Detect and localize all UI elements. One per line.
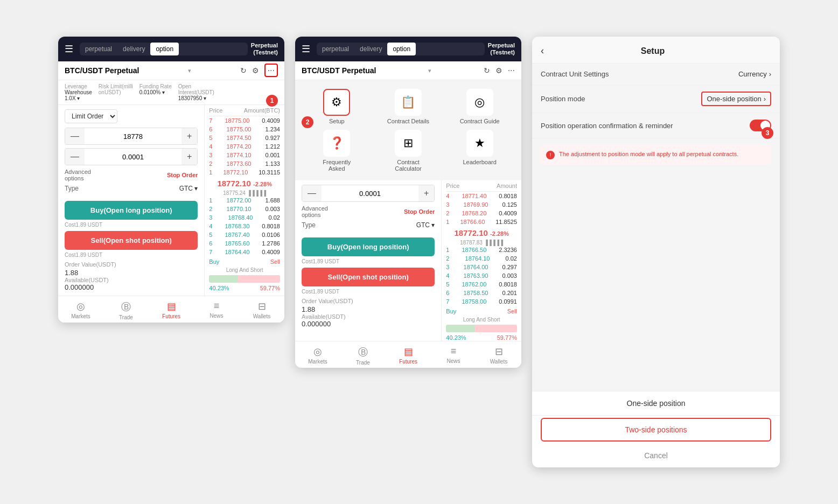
- amount-decrease-btn-2[interactable]: —: [302, 185, 322, 201]
- contract-details-label: Contract Details: [387, 118, 429, 124]
- type-label-2: Type: [302, 221, 316, 229]
- tab-option[interactable]: option: [150, 43, 179, 55]
- back-btn[interactable]: ‹: [541, 45, 544, 57]
- nav-wallets[interactable]: ⊟ Wallets: [239, 300, 284, 320]
- amount-increase-btn-2[interactable]: +: [418, 185, 434, 201]
- ob-header: Price Amount(BTC): [209, 105, 280, 116]
- menu-contract-guide[interactable]: ◎ Contract Guide: [446, 89, 513, 124]
- refresh-icon-2[interactable]: ↻: [484, 66, 490, 75]
- top-nav-1: ☰ perpetual delivery option Perpetual (T…: [58, 37, 284, 61]
- futures-icon-2: ▤: [404, 346, 413, 358]
- more-icon-2[interactable]: ···: [508, 66, 515, 75]
- pair-title-2[interactable]: BTC/USDT Perpetual: [302, 66, 376, 75]
- tab-option-2[interactable]: option: [387, 43, 416, 55]
- price-increase-btn[interactable]: +: [181, 128, 197, 144]
- price-decrease-btn[interactable]: —: [65, 128, 85, 144]
- amount-decrease-btn[interactable]: —: [65, 149, 85, 165]
- step-badge-2: 2: [302, 116, 313, 128]
- menu-contract-details[interactable]: 📋 Contract Details: [375, 89, 442, 124]
- leverage-stat: Leverage Warehouse 1.0X ▾: [65, 83, 92, 101]
- advanced-row-2: Advancedoptions Stop Order: [302, 205, 435, 218]
- screen1: 1 ☰ perpetual delivery option Perpetual …: [58, 37, 284, 323]
- stop-order-btn-2[interactable]: Stop Order: [404, 208, 435, 215]
- available-row: Available(USDT): [65, 277, 198, 283]
- cost1-2: Cost1.89 USDT: [302, 258, 435, 264]
- leaderboard-label: Leaderboard: [463, 159, 496, 165]
- amount-input[interactable]: [85, 150, 181, 164]
- main-content-1: Limit Order — + — + Advancedoptions: [58, 105, 284, 296]
- ob-sell-2: 218773.601.133: [209, 159, 280, 168]
- menu-leaderboard[interactable]: ★ Leaderboard: [446, 130, 513, 172]
- amount-increase-btn[interactable]: +: [181, 149, 197, 165]
- refresh-icon[interactable]: ↻: [240, 66, 247, 75]
- tab-delivery[interactable]: delivery: [117, 43, 150, 55]
- ob-sell2-1: 118766.6011.8525: [446, 218, 517, 226]
- order-value-num-2: 1.88: [302, 305, 435, 313]
- hamburger-icon-2[interactable]: ☰: [302, 43, 310, 55]
- option-one-side[interactable]: One-side position: [532, 391, 780, 416]
- tab-perpetual[interactable]: perpetual: [80, 43, 117, 55]
- price-input[interactable]: [85, 129, 181, 144]
- nav-futures-2[interactable]: ▤ Futures: [386, 346, 431, 366]
- order-form-1: Limit Order — + — + Advancedoptions: [58, 105, 205, 296]
- ob-mid-sub: 18775.24 ▐▐▐▐▐: [209, 190, 280, 196]
- screen2: 2 ☰ perpetual delivery option Perpetual …: [295, 37, 521, 368]
- contract-unit-row: Contract Unit Settings Currency ›: [532, 64, 780, 85]
- stop-order-btn[interactable]: Stop Order: [167, 172, 198, 178]
- warning-dot: !: [546, 151, 555, 159]
- menu-grid: ⚙ Setup 📋 Contract Details ◎ Contract Gu…: [299, 85, 517, 176]
- nav-news[interactable]: ≡ News: [194, 300, 239, 320]
- menu-calculator[interactable]: ⊞ ContractCalculator: [375, 130, 442, 172]
- currency-value[interactable]: Currency ›: [738, 70, 771, 78]
- buy-btn-2[interactable]: Buy(Open long position): [302, 237, 435, 256]
- nav-markets-2[interactable]: ◎ Markets: [295, 346, 340, 366]
- screen3: 3 ‹ Setup Contract Unit Settings Currenc…: [532, 37, 780, 467]
- nav-futures[interactable]: ▤ Futures: [149, 300, 194, 320]
- hamburger-icon[interactable]: ☰: [65, 43, 73, 55]
- settings-icon[interactable]: ⚙: [252, 66, 259, 75]
- settings-icon-2[interactable]: ⚙: [495, 66, 502, 75]
- amount-input-2[interactable]: [322, 186, 418, 201]
- faq-icon-wrap: ❓: [323, 130, 350, 157]
- cancel-btn[interactable]: Cancel: [532, 444, 780, 467]
- amount-input-row: — +: [65, 148, 198, 165]
- order-value-row: Order Value(USDT): [65, 261, 198, 268]
- nav-news-2[interactable]: ≡ News: [431, 346, 476, 366]
- nav-trade[interactable]: Ⓑ Trade: [103, 300, 149, 320]
- nav-trade-2[interactable]: Ⓑ Trade: [340, 346, 386, 366]
- available-label: Available(USDT): [65, 277, 109, 283]
- menu-faq[interactable]: ❓ FrequentlyAsked: [304, 130, 370, 172]
- markets-label-2: Markets: [308, 359, 327, 365]
- contract-guide-icon-wrap: ◎: [466, 89, 493, 116]
- order-type-select[interactable]: Limit Order: [65, 109, 117, 123]
- tab-perpetual-2[interactable]: perpetual: [317, 43, 354, 55]
- sell-btn-2[interactable]: Sell(Open shot position): [302, 268, 435, 286]
- sell-btn[interactable]: Sell(Open shot position): [65, 231, 198, 250]
- setup-header: ‹ Setup: [532, 37, 780, 64]
- type-row-2: Type GTC ▾: [302, 221, 435, 229]
- step-badge-3: 3: [762, 127, 773, 139]
- available-value-2: 0.000000: [302, 320, 435, 328]
- position-mode-value[interactable]: One-side position ›: [701, 92, 771, 106]
- tab-delivery-2[interactable]: delivery: [354, 43, 387, 55]
- ob-sell-4: 418774.201.212: [209, 142, 280, 151]
- nav-wallets-2[interactable]: ⊟ Wallets: [476, 346, 521, 366]
- contract-guide-label: Contract Guide: [460, 118, 500, 124]
- order-form-2: — + Advancedoptions Stop Order Type GTC …: [295, 180, 442, 341]
- nav-markets[interactable]: ◎ Markets: [58, 300, 103, 320]
- ob-bar: [209, 275, 280, 283]
- ob-buy-3: 318768.400.02: [209, 213, 280, 222]
- option-two-side[interactable]: Two-side positions: [541, 418, 771, 442]
- more-icon[interactable]: ···: [264, 64, 278, 77]
- stats-row: Leverage Warehouse 1.0X ▾ Risk Limit(mil…: [58, 80, 284, 105]
- ob-col-amount: Amount(BTC): [244, 107, 280, 114]
- ob-sell2-3: 318769.900.125: [446, 200, 517, 209]
- warning-box: ! The adjustment to position mode will a…: [541, 145, 771, 165]
- setup-title: Setup: [548, 46, 757, 56]
- contract-unit-label: Contract Unit Settings: [541, 70, 609, 78]
- more-icon-wrap[interactable]: ···: [264, 66, 278, 75]
- pair-header: BTC/USDT Perpetual ▾ ↻ ⚙ ···: [58, 61, 284, 80]
- menu-setup[interactable]: ⚙ Setup: [304, 89, 370, 124]
- pair-title[interactable]: BTC/USDT Perpetual: [65, 66, 139, 75]
- buy-btn[interactable]: Buy(Open long position): [65, 201, 198, 220]
